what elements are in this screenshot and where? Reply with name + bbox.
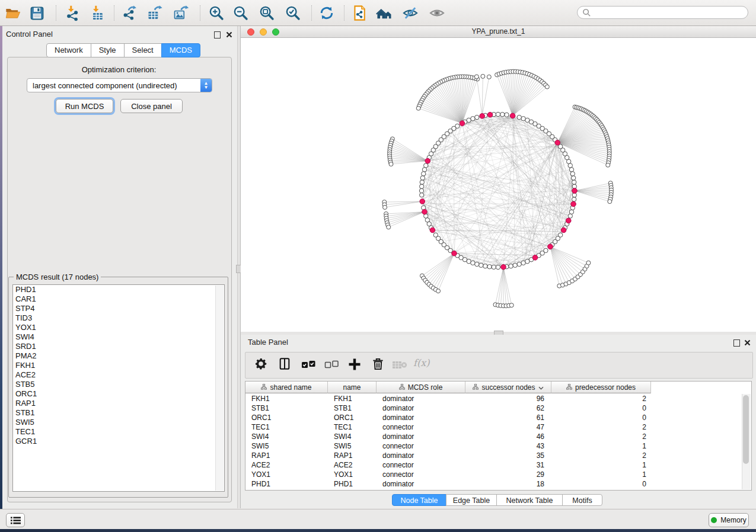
list-item[interactable]: FKH1 xyxy=(13,361,224,370)
table-cell: 46 xyxy=(465,432,551,441)
list-item[interactable]: TEC1 xyxy=(13,427,224,437)
table-row[interactable]: SWI4SWI4dominator462 xyxy=(245,432,742,441)
column-header-MCDS-role[interactable]: MCDS role xyxy=(377,382,465,393)
zoom-selected-icon[interactable] xyxy=(283,3,303,23)
tab-network-table[interactable]: Network Table xyxy=(496,494,563,506)
eye-slash-icon[interactable] xyxy=(400,3,420,23)
table-row[interactable]: FKH1FKH1dominator962 xyxy=(245,394,742,403)
list-item[interactable]: PMA2 xyxy=(13,351,224,361)
table-cell: ACE2 xyxy=(328,460,377,470)
network-view-window: YPA_prune.txt_1 xyxy=(241,26,756,332)
list-item[interactable]: PHD1 xyxy=(13,285,224,294)
deselect-all-icon[interactable] xyxy=(324,360,340,369)
table-cell: YOX1 xyxy=(245,470,328,479)
export-network-icon[interactable] xyxy=(119,3,139,23)
columns-icon[interactable] xyxy=(278,357,291,370)
list-item[interactable]: YOX1 xyxy=(13,323,224,332)
list-item[interactable]: ORC1 xyxy=(13,389,224,399)
table-scrollbar-track[interactable] xyxy=(742,394,751,489)
list-item[interactable]: SWI5 xyxy=(13,418,224,427)
column-header-label: shared name xyxy=(270,383,311,392)
column-header-shared-name[interactable]: shared name xyxy=(245,382,328,393)
table-row[interactable]: RAP1RAP1dominator352 xyxy=(245,451,742,460)
table-cell: 18 xyxy=(465,479,551,489)
main-toolbar xyxy=(0,0,756,26)
optimization-criterion-dropdown[interactable]: largest connected component (undirected)… xyxy=(27,78,212,92)
gear-icon[interactable] xyxy=(254,357,268,371)
tab-node-table[interactable]: Node Table xyxy=(392,494,446,506)
trash-icon[interactable] xyxy=(371,357,385,371)
mcds-result-list[interactable]: PHD1CAR1STP4TID3YOX1SWI4SRD1PMA2FKH1ACE2… xyxy=(12,284,225,492)
list-item[interactable]: STP4 xyxy=(13,304,224,313)
column-header-predecessor-nodes[interactable]: predecessor nodes xyxy=(551,382,651,393)
list-scrollbar-track[interactable] xyxy=(215,286,224,491)
memory-button[interactable]: Memory xyxy=(709,513,749,527)
list-item[interactable]: TID3 xyxy=(13,313,224,323)
houses-icon[interactable] xyxy=(374,3,394,23)
dropdown-stepper-icon: ▲▼ xyxy=(200,79,212,92)
column-header-successor-nodes[interactable]: successor nodes xyxy=(465,382,551,393)
table-cell: 31 xyxy=(465,460,551,470)
status-bar: Memory xyxy=(0,509,756,529)
network-window-titlebar[interactable]: YPA_prune.txt_1 xyxy=(241,26,756,38)
import-network-icon[interactable] xyxy=(62,3,82,23)
refresh-layout-icon[interactable] xyxy=(317,3,337,23)
list-item[interactable]: STB5 xyxy=(13,380,224,389)
close-panel-icon[interactable] xyxy=(744,338,751,348)
eye-icon[interactable] xyxy=(427,3,447,23)
table-row[interactable]: YOX1YOX1connector291 xyxy=(245,470,742,479)
sitemap-icon xyxy=(399,383,405,392)
sitemap-icon xyxy=(261,383,267,392)
table-cell: SWI5 xyxy=(328,441,377,451)
close-panel-button[interactable]: Close panel xyxy=(120,99,183,113)
tab-select[interactable]: Select xyxy=(124,43,162,57)
table-row[interactable]: SWI5SWI5connector431 xyxy=(245,441,742,451)
save-icon[interactable] xyxy=(27,3,47,23)
table-cell: TEC1 xyxy=(328,422,377,432)
table-row[interactable]: PHD1PHD1dominator180 xyxy=(245,479,742,489)
tab-network[interactable]: Network xyxy=(46,43,91,57)
list-item[interactable]: STB1 xyxy=(13,408,224,418)
table-row[interactable]: TEC1TEC1connector472 xyxy=(245,422,742,432)
tab-edge-table[interactable]: Edge Table xyxy=(446,494,497,506)
column-header-label: name xyxy=(343,383,361,392)
column-header-label: predecessor nodes xyxy=(575,383,636,392)
table-row[interactable]: ORC1ORC1dominator610 xyxy=(245,413,742,422)
tab-style[interactable]: Style xyxy=(91,43,125,57)
tab-motifs[interactable]: Motifs xyxy=(562,494,602,506)
select-all-icon[interactable] xyxy=(301,360,317,369)
zoom-in-icon[interactable] xyxy=(206,3,227,23)
float-panel-icon[interactable] xyxy=(214,30,221,41)
table-cell: 35 xyxy=(465,451,551,460)
network-file-icon[interactable] xyxy=(349,3,369,23)
run-mcds-button[interactable]: Run MCDS xyxy=(56,99,113,113)
list-item[interactable]: SRD1 xyxy=(13,342,224,351)
close-panel-icon[interactable] xyxy=(226,30,232,40)
toolbar-separator xyxy=(200,5,200,21)
table-row[interactable]: STB1STB1dominator620 xyxy=(245,403,742,413)
network-graph-canvas[interactable] xyxy=(241,38,756,332)
table-cell: 61 xyxy=(465,413,551,422)
table-cell: 29 xyxy=(465,470,551,479)
zoom-fit-icon[interactable] xyxy=(257,3,277,23)
list-item[interactable]: CAR1 xyxy=(13,294,224,304)
list-item[interactable]: RAP1 xyxy=(13,399,224,408)
add-icon[interactable] xyxy=(347,357,362,371)
list-item[interactable]: SWI4 xyxy=(13,332,224,342)
table-scrollbar-thumb[interactable] xyxy=(743,395,749,464)
import-table-icon[interactable] xyxy=(87,3,107,23)
list-item[interactable]: GCR1 xyxy=(13,437,224,446)
tab-mcds[interactable]: MCDS xyxy=(161,43,200,57)
list-item[interactable]: ACE2 xyxy=(13,370,224,380)
column-header-name[interactable]: name xyxy=(328,382,377,393)
control-panel: Control Panel NetworkStyleSelectMCDS Opt… xyxy=(2,26,237,508)
open-folder-icon[interactable] xyxy=(3,3,23,23)
zoom-out-icon[interactable] xyxy=(231,3,251,23)
search-input[interactable] xyxy=(577,6,748,19)
panel-list-button[interactable] xyxy=(6,513,25,527)
export-table-icon[interactable] xyxy=(145,3,165,23)
float-panel-icon[interactable] xyxy=(733,338,740,349)
export-image-icon[interactable] xyxy=(171,3,191,23)
table-cell: RAP1 xyxy=(245,451,328,460)
table-row[interactable]: ACE2ACE2connector311 xyxy=(245,460,742,470)
